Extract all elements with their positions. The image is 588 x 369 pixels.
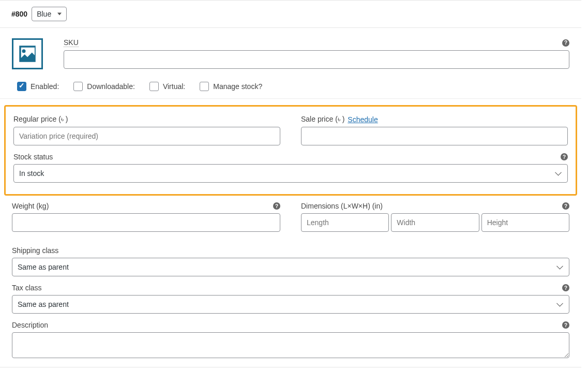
virtual-checkbox[interactable] (149, 82, 159, 91)
tax-class-group: Tax class ? Same as parent (0, 284, 581, 314)
tax-class-select-wrap: Same as parent (12, 295, 569, 314)
top-row: SKU ? (0, 28, 581, 77)
description-textarea[interactable] (12, 332, 569, 358)
downloadable-label: Downloadable: (87, 82, 135, 91)
price-row: Regular price (৳ ) Sale price (৳ ) Sched… (13, 115, 568, 153)
manage-stock-checkbox-item[interactable]: Manage stock? (200, 82, 262, 91)
help-icon[interactable]: ? (562, 284, 569, 291)
dimensions-label: Dimensions (L×W×H) (in) (301, 202, 383, 210)
sale-price-group: Sale price (৳ ) Schedule (301, 115, 568, 145)
length-input[interactable] (301, 213, 389, 232)
stock-status-label-row: Stock status ? (13, 153, 568, 161)
shipping-class-select[interactable]: Same as parent (12, 258, 569, 276)
manage-stock-label: Manage stock? (213, 82, 262, 91)
downloadable-checkbox-item[interactable]: Downloadable: (73, 82, 135, 91)
sku-column: SKU ? (64, 38, 569, 69)
enabled-checkbox[interactable] (17, 82, 26, 91)
checkbox-row: Enabled: Downloadable: Virtual: Manage s… (0, 77, 581, 99)
weight-label-row: Weight (kg) ? (12, 202, 280, 210)
sku-input[interactable] (64, 50, 569, 69)
variation-image-button[interactable] (12, 38, 43, 69)
description-group: Description ? (0, 321, 581, 360)
regular-price-label-row: Regular price (৳ ) (13, 115, 280, 124)
tax-class-label-row: Tax class ? (12, 284, 569, 292)
manage-stock-checkbox[interactable] (200, 82, 209, 91)
variation-panel: #800 Blue SKU ? (0, 0, 581, 367)
help-icon[interactable]: ? (562, 202, 569, 210)
variation-header: #800 Blue (0, 1, 581, 28)
weight-label: Weight (kg) (12, 202, 49, 210)
regular-price-input[interactable] (13, 127, 280, 145)
dimensions-label-row: Dimensions (L×W×H) (in) ? (301, 202, 569, 210)
attribute-select-wrap: Blue (32, 7, 67, 21)
regular-price-label: Regular price (৳ ) (13, 115, 68, 124)
dimension-inputs (301, 213, 569, 232)
description-label-row: Description ? (12, 321, 569, 329)
shipping-class-group: Shipping class Same as parent (0, 246, 581, 276)
tax-class-label: Tax class (12, 284, 42, 292)
weight-input[interactable] (12, 213, 280, 232)
attribute-select[interactable]: Blue (32, 7, 67, 21)
stock-status-group: Stock status ? In stock (13, 153, 568, 183)
sale-price-label: Sale price (৳ ) (301, 115, 344, 124)
help-icon[interactable]: ? (562, 321, 569, 329)
dimensions-group: Dimensions (L×W×H) (in) ? (301, 202, 569, 232)
stock-status-select-wrap: In stock (13, 164, 568, 183)
height-input[interactable] (481, 213, 569, 232)
variation-body: SKU ? Enabled: Downloadable: Virtual: (0, 28, 581, 360)
help-icon[interactable]: ? (562, 39, 569, 47)
variation-id: #800 (11, 10, 27, 18)
enabled-label: Enabled: (31, 82, 59, 91)
width-input[interactable] (391, 213, 479, 232)
virtual-checkbox-item[interactable]: Virtual: (149, 82, 185, 91)
downloadable-checkbox[interactable] (73, 82, 83, 91)
help-icon[interactable]: ? (273, 202, 280, 210)
shipping-class-select-wrap: Same as parent (12, 258, 569, 276)
enabled-checkbox-item[interactable]: Enabled: (17, 82, 59, 91)
image-column (12, 38, 43, 69)
weight-dimensions-row: Weight (kg) ? Dimensions (L×W×H) (in) ? (0, 202, 581, 239)
sku-label-row: SKU ? (64, 38, 569, 47)
image-placeholder-icon (17, 43, 38, 65)
weight-group: Weight (kg) ? (12, 202, 280, 232)
description-label: Description (12, 321, 48, 329)
tax-class-select[interactable]: Same as parent (12, 295, 569, 314)
shipping-class-label: Shipping class (12, 246, 58, 255)
sale-price-input[interactable] (301, 127, 568, 145)
sale-price-label-row: Sale price (৳ ) Schedule (301, 115, 568, 124)
stock-status-select[interactable]: In stock (13, 164, 568, 183)
stock-status-label: Stock status (13, 153, 53, 161)
shipping-class-label-row: Shipping class (12, 246, 569, 255)
schedule-link[interactable]: Schedule (348, 115, 378, 124)
sku-label: SKU (64, 38, 79, 47)
pricing-stock-highlight: Regular price (৳ ) Sale price (৳ ) Sched… (4, 105, 577, 196)
sale-price-label-wrap: Sale price (৳ ) Schedule (301, 115, 378, 124)
help-icon[interactable]: ? (561, 153, 568, 160)
regular-price-group: Regular price (৳ ) (13, 115, 280, 145)
virtual-label: Virtual: (163, 82, 185, 91)
